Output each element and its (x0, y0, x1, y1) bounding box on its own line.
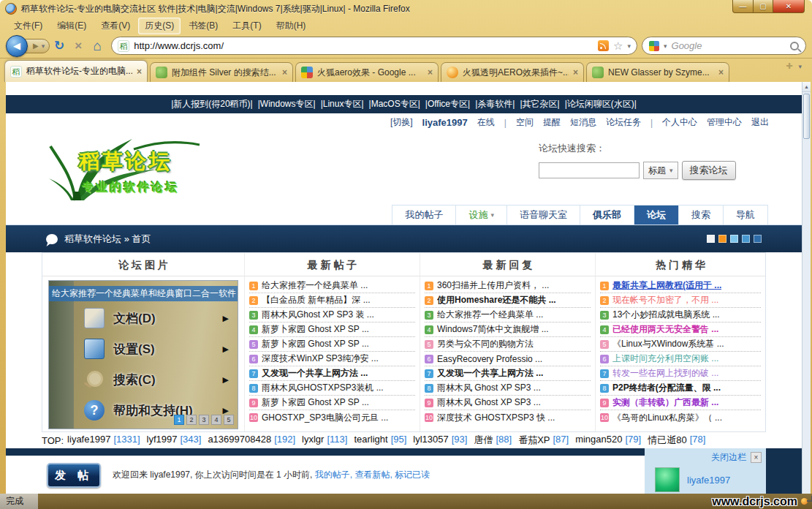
top-user-name[interactable]: 唐僧 (474, 434, 493, 447)
forward-button-group[interactable]: ▶ ▾ (25, 39, 50, 53)
top-user-name[interactable]: a13699708428 (208, 434, 271, 447)
tab-close-icon[interactable]: × (137, 67, 142, 77)
post-link[interactable]: 另类与众不同的购物方法 (437, 338, 534, 350)
post-row[interactable]: 2 【白金品质 新年精品】深 ... (249, 293, 415, 308)
post-row[interactable]: 5 另类与众不同的购物方法 (425, 337, 591, 352)
post-row[interactable]: 2 现在帐号不加密了，不用 ... (600, 293, 761, 308)
maximize-button[interactable]: ▢ (754, 0, 773, 13)
stop-button[interactable]: × (69, 39, 88, 53)
top-user-name[interactable]: lyf1997 (147, 434, 178, 447)
post-row[interactable]: 1 最新共享上网教程(适用于 ... (600, 279, 761, 293)
new-post-button[interactable]: 发 帖 (47, 463, 101, 488)
slideshow-page-button[interactable]: 4 (211, 415, 221, 425)
top-user[interactable]: liyafe1997 [1331] (67, 434, 140, 447)
forum-nav-link[interactable]: |Linux专区| (321, 98, 364, 110)
post-row[interactable]: 1 给大家推荐一个经典菜单 ... (249, 279, 415, 293)
top-user[interactable]: 番茄XP [87] (518, 434, 569, 447)
post-link[interactable]: 雨林木风GHOSTXPSP3装机 ... (262, 382, 384, 394)
welcome-link[interactable]: 标记已读 (395, 470, 430, 480)
forum-nav-tab[interactable]: 我的帖子 ▾ (392, 205, 455, 225)
slideshow-page-button[interactable]: 5 (224, 415, 234, 425)
top-user-name[interactable]: lyxlgr (302, 434, 324, 447)
scrollbar-thumb[interactable] (803, 94, 810, 139)
post-link[interactable]: EasyRecovery Professio ... (437, 354, 542, 364)
history-dropdown-caret-icon[interactable]: ▾ (42, 42, 45, 50)
search-input[interactable]: Google (672, 40, 786, 51)
post-link[interactable]: 新萝卜家园 Ghost XP SP ... (262, 338, 369, 350)
breadcrumb-text[interactable]: 稻草软件论坛 » 首页 (64, 233, 151, 246)
userbar-link[interactable]: 提醒 (543, 116, 561, 129)
slideshow-image[interactable]: 给大家推荐一个经典菜单和经典窗口二合一软件 Ultimate 文档(D) ▶ (48, 280, 238, 429)
menu-item[interactable]: 查看(V) (94, 18, 137, 34)
browser-tab[interactable]: 火狐透明AERO效果插件~... × (441, 62, 584, 82)
forum-nav-tab[interactable]: 论坛 ▾ (634, 205, 678, 225)
post-link[interactable]: 又发现一个共享上网方法 ... (262, 367, 368, 380)
post-row[interactable]: 4 新萝卜家园 Ghost XP SP ... (249, 323, 415, 337)
menu-item[interactable]: 帮助(H) (270, 18, 313, 34)
top-user[interactable]: mingan520 [79] (575, 434, 641, 447)
post-row[interactable]: 3 雨林木风Ghost XP SP3 装 ... (249, 308, 415, 323)
post-row[interactable]: 7 又发现一个共享上网方法 ... (249, 366, 415, 381)
post-link[interactable]: GHOSTXP_SP3电脑公司元旦 ... (262, 412, 388, 424)
forum-nav-link[interactable]: |新人报到(得20稻币)| (171, 98, 253, 110)
breadcrumb-page[interactable]: 首页 (132, 233, 151, 244)
tab-close-icon[interactable]: × (282, 67, 287, 78)
post-row[interactable]: 3 13个小妙招成就电脑系统 ... (600, 308, 761, 323)
post-row[interactable]: 3 给大家推荐一个经典菜单 ... (425, 308, 591, 323)
post-row[interactable]: 5 新萝卜家园 Ghost XP SP ... (249, 337, 415, 352)
post-link[interactable]: 给大家推荐一个经典菜单 ... (262, 279, 368, 292)
forum-nav-tab[interactable]: 语音聊天室 ▾ (506, 205, 580, 225)
post-link[interactable]: 《Linux与XWindow系统基 ... (612, 338, 724, 350)
style-swatch[interactable] (718, 235, 726, 243)
search-engine-caret-icon[interactable]: ▾ (664, 42, 667, 50)
post-row[interactable]: 7 转发一些在网上找到的破 ... (600, 366, 761, 381)
avatar[interactable] (655, 467, 680, 492)
userbar-link[interactable]: 短消息 (570, 116, 596, 129)
menu-item[interactable]: 文件(F) (7, 18, 49, 34)
post-link[interactable]: 又发现一个共享上网方法 ... (437, 367, 543, 380)
post-link[interactable]: 现在帐号不加密了，不用 ... (612, 294, 718, 306)
forum-nav-tab[interactable]: 设施 ▾ (455, 205, 506, 225)
top-user[interactable]: tearlight [95] (354, 434, 406, 447)
post-link[interactable]: Windows7简体中文旗舰增 ... (437, 323, 549, 336)
forum-nav-link[interactable]: |杀毒软件| (475, 98, 515, 110)
post-row[interactable]: 8 雨林木风 Ghost XP SP3 ... (425, 381, 591, 396)
post-row[interactable]: 8 P2P终结者(分配流量、限 ... (600, 381, 761, 396)
url-bar[interactable]: 稻 http://www.dcrjs.com/ ☆ ▾ (111, 37, 637, 55)
slideshow-page-button[interactable]: 2 (186, 415, 197, 425)
top-user[interactable]: lyf1997 [343] (147, 434, 202, 447)
post-link[interactable]: 转发一些在网上找到的破 ... (612, 367, 718, 380)
forum-nav-tab[interactable]: 搜索 ▾ (678, 205, 723, 225)
post-link[interactable]: 使用Homeshare还是不能共 ... (437, 294, 556, 306)
post-row[interactable]: 4 Windows7简体中文旗舰增 ... (425, 323, 591, 337)
forum-nav-tab[interactable]: 俱乐部 ▾ (580, 205, 634, 225)
slideshow-page-button[interactable]: 1 (174, 415, 184, 425)
forum-nav-link[interactable]: |MacOS专区| (369, 98, 420, 110)
forward-icon[interactable]: ▶ (33, 42, 39, 50)
tab-close-icon[interactable]: × (573, 67, 578, 78)
post-link[interactable]: 《鸟哥的Linux私房菜》（ ... (612, 412, 722, 424)
tab-close-icon[interactable]: × (718, 67, 724, 78)
post-row[interactable]: 10 深度技术 GHOSTXPSP3 快 ... (425, 410, 591, 425)
reload-button[interactable]: ↻ (50, 38, 69, 53)
post-link[interactable]: 深度技术 GHOSTXPSP3 快 ... (437, 412, 555, 424)
post-row[interactable]: 6 上课时间充分利用空闲账 ... (600, 352, 761, 366)
new-tab-icon[interactable]: ✚ (786, 61, 792, 71)
post-link[interactable]: 最新共享上网教程(适用于 ... (612, 279, 721, 292)
post-row[interactable]: 9 雨林木风 Ghost XP SP3 ... (425, 396, 591, 410)
post-link[interactable]: 新萝卜家园 Ghost XP SP ... (262, 396, 369, 409)
top-user-name[interactable]: tearlight (354, 434, 387, 447)
close-button[interactable]: ✕ (773, 0, 805, 13)
username[interactable]: liyafe1997 (422, 117, 468, 128)
forum-nav-link[interactable]: |其它杂区| (520, 98, 559, 110)
switch-user-link[interactable]: [切换] (390, 116, 413, 129)
scroll-up-arrow-icon[interactable]: ▲ (802, 82, 811, 92)
list-all-tabs-icon[interactable]: ▾ (798, 63, 802, 70)
userbar-link[interactable]: 管理中心 (707, 116, 742, 129)
top-user-name[interactable]: mingan520 (575, 434, 622, 447)
forum-nav-tab[interactable]: 导航 ▾ (723, 205, 768, 225)
top-user[interactable]: 情已逝80 [78] (648, 434, 705, 447)
welcome-link[interactable]: 我的帖子 (315, 470, 355, 480)
post-link[interactable]: 13个小妙招成就电脑系统 ... (612, 309, 720, 321)
style-swatch[interactable] (742, 235, 750, 243)
